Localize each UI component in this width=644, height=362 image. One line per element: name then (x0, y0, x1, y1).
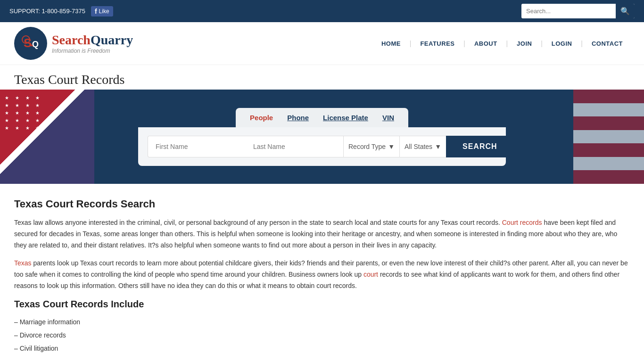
fb-like-label: Like (99, 8, 109, 15)
texas-link[interactable]: Texas (14, 259, 32, 267)
section2-title: Texas Court Records Include (14, 299, 630, 310)
search-container: People Phone License Plate VIN Record Ty… (138, 108, 506, 166)
para1-start: Texas law allows anyone interested in th… (14, 219, 502, 226)
logo-title: SearchQuarry (52, 33, 133, 48)
nav-contact[interactable]: CONTACT (585, 38, 630, 49)
header: S Q SearchQuarry Information is Freedom … (0, 22, 644, 65)
nav-login[interactable]: LOGIN (545, 38, 579, 49)
logo-subtitle: Information is Freedom (52, 48, 133, 54)
nav-about[interactable]: ABOUT (467, 38, 504, 49)
top-bar: SUPPORT: 1-800-859-7375 f Like 🔍 (0, 0, 644, 22)
record-type-chevron: ▼ (388, 143, 395, 150)
svg-text:Q: Q (32, 40, 39, 49)
paragraph-1: Texas law allows anyone interested in th… (14, 217, 630, 251)
paragraph-2: Texas parents look up Texas court record… (14, 258, 630, 291)
support-label: SUPPORT: 1-800-859-7375 (9, 8, 85, 15)
court-records-link1[interactable]: Court records (502, 219, 542, 226)
right-flag (573, 90, 644, 184)
tab-phone[interactable]: Phone (287, 114, 309, 122)
list-item: – Marriage information (14, 315, 630, 329)
top-search-bar[interactable]: 🔍 (521, 4, 635, 18)
first-name-input[interactable] (148, 136, 246, 157)
top-search-button[interactable]: 🔍 (616, 4, 635, 18)
tab-vin[interactable]: VIN (382, 114, 394, 122)
hero-banner: ★ ★ ★ ★★ ★ ★ ★★ ★ ★ ★★ ★ ★ ★★ ★ ★ ★ Peop… (0, 90, 644, 184)
content-area: Texas Court Records Search Texas law all… (0, 184, 644, 362)
stars-decoration: ★ ★ ★ ★★ ★ ★ ★★ ★ ★ ★★ ★ ★ ★★ ★ ★ ★ (5, 94, 42, 132)
all-states-chevron: ▼ (435, 143, 441, 150)
logo-svg: S Q (17, 29, 45, 58)
fb-icon: f (95, 8, 97, 15)
record-type-dropdown[interactable]: Record Type ▼ (343, 136, 399, 157)
top-search-input[interactable] (521, 5, 616, 17)
flag-decoration: ★ ★ ★ ★★ ★ ★ ★★ ★ ★ ★★ ★ ★ ★★ ★ ★ ★ (0, 90, 94, 184)
logo-icon: S Q (14, 27, 47, 60)
includes-list: – Marriage information – Divorce records… (14, 315, 630, 355)
search-button[interactable]: SEARCH (446, 136, 514, 157)
search-tabs: People Phone License Plate VIN (236, 108, 408, 127)
page-title-area: Texas Court Records (0, 65, 644, 90)
section1-title: Texas Court Records Search (14, 198, 630, 210)
fb-like-button[interactable]: f Like (91, 6, 113, 16)
list-item: – Civil litigation (14, 342, 630, 355)
top-bar-left: SUPPORT: 1-800-859-7375 f Like (9, 6, 113, 16)
tab-license-plate[interactable]: License Plate (323, 114, 368, 122)
search-form: Record Type ▼ All States ▼ SEARCH (138, 127, 506, 166)
logo-area: S Q SearchQuarry Information is Freedom (14, 27, 133, 60)
page-title: Texas Court Records (14, 72, 630, 87)
record-type-label: Record Type (348, 143, 386, 150)
nav-features[interactable]: FEATURES (413, 38, 462, 49)
nav-home[interactable]: HOME (374, 38, 408, 49)
tab-people[interactable]: People (250, 114, 273, 122)
nav-join[interactable]: JOIN (510, 38, 539, 49)
logo-blue: Quarry (91, 33, 133, 47)
list-item: – Divorce records (14, 329, 630, 342)
logo-text: SearchQuarry Information is Freedom (52, 33, 133, 54)
all-states-label: All States (405, 143, 432, 150)
all-states-dropdown[interactable]: All States ▼ (399, 136, 446, 157)
last-name-input[interactable] (246, 136, 343, 157)
main-nav: HOME | FEATURES | ABOUT | JOIN | LOGIN |… (374, 38, 630, 49)
logo-red: Search (52, 33, 91, 47)
court-link2[interactable]: court (363, 271, 378, 278)
